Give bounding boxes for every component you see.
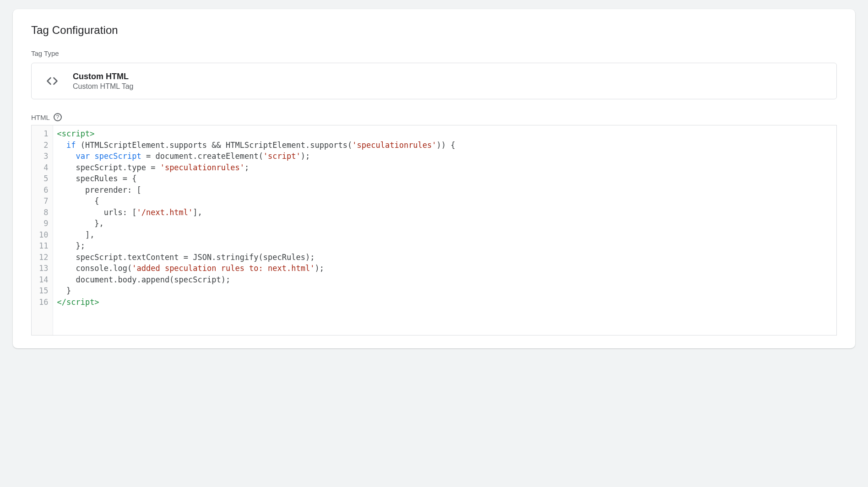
- line-number: 6: [39, 184, 50, 196]
- html-code-editor[interactable]: 12345678910111213141516 <script> if (HTM…: [31, 125, 837, 335]
- line-number-gutter: 12345678910111213141516: [32, 125, 53, 335]
- line-number: 4: [39, 162, 50, 173]
- line-number: 2: [39, 140, 50, 151]
- line-number: 15: [39, 285, 50, 297]
- help-icon[interactable]: ?: [54, 113, 62, 121]
- tag-type-texts: Custom HTML Custom HTML Tag: [73, 72, 133, 91]
- code-line[interactable]: },: [57, 218, 833, 229]
- code-line[interactable]: document.body.append(specScript);: [57, 274, 833, 286]
- code-line[interactable]: urls: ['/next.html'],: [57, 207, 833, 218]
- code-line[interactable]: };: [57, 240, 833, 252]
- code-line[interactable]: specScript.type = 'speculationrules';: [57, 162, 833, 173]
- line-number: 7: [39, 195, 50, 207]
- code-line[interactable]: console.log('added speculation rules to:…: [57, 263, 833, 274]
- code-line[interactable]: }: [57, 285, 833, 297]
- line-number: 10: [39, 229, 50, 241]
- line-number: 11: [39, 240, 50, 252]
- section-title: Tag Configuration: [31, 24, 837, 37]
- tag-configuration-card: Tag Configuration Tag Type Custom HTML C…: [13, 9, 855, 348]
- line-number: 5: [39, 173, 50, 184]
- tag-type-subtitle: Custom HTML Tag: [73, 82, 133, 91]
- code-line[interactable]: prerender: [: [57, 184, 833, 196]
- code-line[interactable]: ],: [57, 229, 833, 241]
- code-line[interactable]: {: [57, 195, 833, 207]
- line-number: 16: [39, 297, 50, 308]
- code-area[interactable]: <script> if (HTMLScriptElement.supports …: [53, 125, 836, 335]
- tag-type-selector[interactable]: Custom HTML Custom HTML Tag: [31, 63, 837, 99]
- line-number: 1: [39, 128, 50, 140]
- html-field-header: HTML ?: [31, 113, 837, 121]
- line-number: 3: [39, 151, 50, 162]
- code-line[interactable]: <script>: [57, 128, 833, 140]
- line-number: 14: [39, 274, 50, 286]
- tag-type-title: Custom HTML: [73, 72, 133, 81]
- html-field-label: HTML: [31, 114, 50, 121]
- line-number: 9: [39, 218, 50, 229]
- tag-type-label: Tag Type: [31, 49, 837, 57]
- code-brackets-icon: [43, 71, 62, 91]
- code-line[interactable]: </script>: [57, 297, 833, 308]
- code-line[interactable]: if (HTMLScriptElement.supports && HTMLSc…: [57, 140, 833, 151]
- line-number: 13: [39, 263, 50, 274]
- code-line[interactable]: var specScript = document.createElement(…: [57, 151, 833, 162]
- code-line[interactable]: specScript.textContent = JSON.stringify(…: [57, 252, 833, 263]
- line-number: 12: [39, 252, 50, 263]
- line-number: 8: [39, 207, 50, 218]
- code-line[interactable]: specRules = {: [57, 173, 833, 184]
